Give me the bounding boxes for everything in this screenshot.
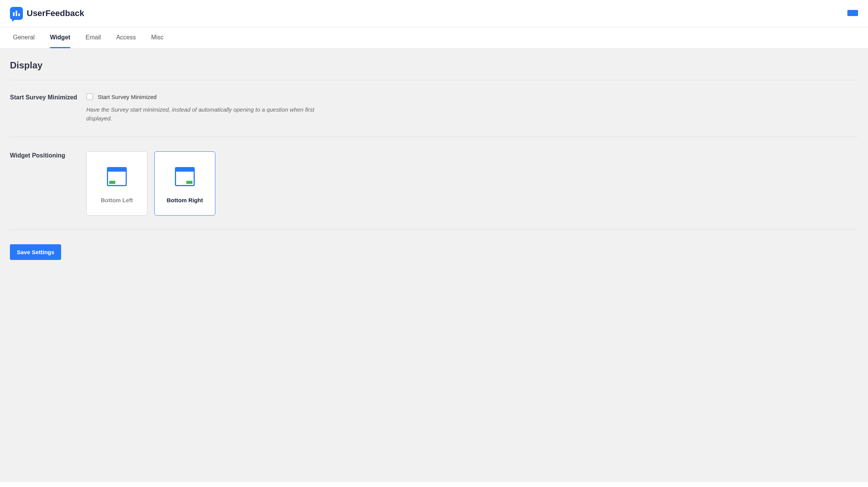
tab-misc[interactable]: Misc: [151, 27, 164, 48]
brand-name: UserFeedback: [27, 8, 84, 18]
inbox-icon[interactable]: [847, 9, 858, 18]
tab-email[interactable]: Email: [86, 27, 101, 48]
window-icon-bottom-right: [175, 167, 195, 186]
checkbox-label-start-minimized: Start Survey Minimized: [98, 94, 157, 100]
position-cards: Bottom Left Bottom Right: [86, 151, 338, 216]
save-settings-button[interactable]: Save Settings: [10, 244, 61, 260]
brand-logo: UserFeedback: [10, 7, 84, 20]
setting-start-minimized: Start Survey Minimized Start Survey Mini…: [10, 93, 858, 137]
tab-widget[interactable]: Widget: [50, 27, 70, 48]
app-header: UserFeedback: [0, 0, 868, 27]
tab-access[interactable]: Access: [116, 27, 136, 48]
position-option-bottom-right[interactable]: Bottom Right: [154, 151, 215, 216]
brand-logo-icon: [10, 7, 23, 20]
svg-rect-2: [18, 13, 20, 16]
settings-content: Display Start Survey Minimized Start Sur…: [0, 49, 868, 482]
section-title: Display: [10, 60, 858, 71]
checkbox-start-minimized[interactable]: [86, 93, 93, 100]
help-text-start-minimized: Have the Survey start minimized, instead…: [86, 106, 338, 123]
checkbox-row-start-minimized: Start Survey Minimized: [86, 93, 338, 100]
setting-label-start-minimized: Start Survey Minimized: [10, 93, 86, 123]
position-option-bottom-left[interactable]: Bottom Left: [86, 151, 147, 216]
position-label-bottom-right: Bottom Right: [167, 197, 203, 203]
window-icon-bottom-left: [107, 167, 127, 186]
svg-rect-0: [13, 12, 15, 16]
setting-widget-positioning: Widget Positioning Bottom Left Bottom Ri…: [10, 151, 858, 230]
tab-general[interactable]: General: [13, 27, 35, 48]
settings-tabs: General Widget Email Access Misc: [0, 27, 868, 49]
divider: [10, 80, 858, 80]
setting-label-positioning: Widget Positioning: [10, 151, 86, 216]
svg-rect-1: [16, 11, 17, 16]
position-label-bottom-left: Bottom Left: [101, 197, 133, 203]
